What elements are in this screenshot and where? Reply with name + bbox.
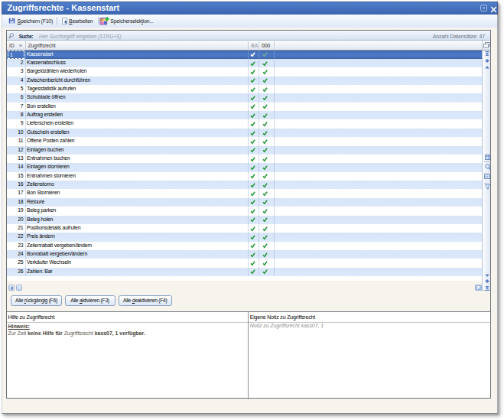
svg-text:ab: ab	[485, 174, 489, 178]
